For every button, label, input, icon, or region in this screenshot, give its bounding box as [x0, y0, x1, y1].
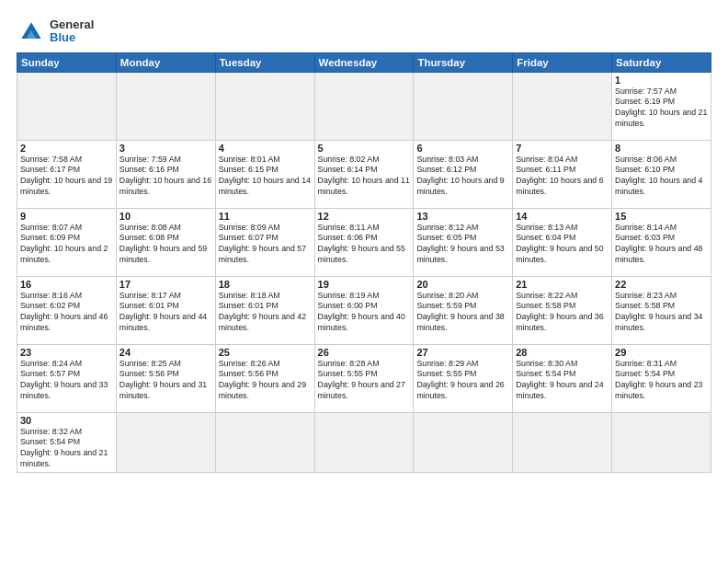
calendar-cell: 5Sunrise: 8:02 AM Sunset: 6:14 PM Daylig…	[314, 140, 414, 208]
calendar-cell: 10Sunrise: 8:08 AM Sunset: 6:08 PM Dayli…	[116, 208, 215, 276]
logo: General Blue	[17, 18, 94, 45]
calendar-cell: 19Sunrise: 8:19 AM Sunset: 6:00 PM Dayli…	[314, 276, 414, 344]
day-number: 13	[416, 211, 509, 222]
logo-text: General Blue	[50, 18, 94, 45]
calendar-week-row: 1Sunrise: 7:57 AM Sunset: 6:19 PM Daylig…	[17, 72, 711, 140]
day-number: 9	[20, 211, 113, 222]
calendar-header-thursday: Thursday	[414, 52, 513, 72]
calendar-cell	[116, 412, 215, 473]
logo-general: General	[50, 18, 94, 31]
calendar-week-row: 9Sunrise: 8:07 AM Sunset: 6:09 PM Daylig…	[17, 208, 711, 276]
day-info: Sunrise: 8:09 AM Sunset: 6:07 PM Dayligh…	[219, 223, 312, 267]
calendar-cell: 11Sunrise: 8:09 AM Sunset: 6:07 PM Dayli…	[215, 208, 314, 276]
calendar-week-row: 23Sunrise: 8:24 AM Sunset: 5:57 PM Dayli…	[17, 344, 711, 412]
day-number: 4	[219, 143, 312, 154]
calendar-header-tuesday: Tuesday	[215, 52, 314, 72]
day-info: Sunrise: 8:14 AM Sunset: 6:03 PM Dayligh…	[615, 223, 708, 267]
day-info: Sunrise: 8:12 AM Sunset: 6:05 PM Dayligh…	[416, 223, 509, 267]
page: General Blue SundayMondayTuesdayWednesda…	[0, 0, 728, 563]
calendar-week-row: 2Sunrise: 7:58 AM Sunset: 6:17 PM Daylig…	[17, 140, 711, 208]
calendar-cell	[414, 412, 513, 473]
calendar-cell: 9Sunrise: 8:07 AM Sunset: 6:09 PM Daylig…	[17, 208, 117, 276]
day-number: 20	[416, 279, 509, 290]
day-info: Sunrise: 8:28 AM Sunset: 5:55 PM Dayligh…	[318, 359, 411, 403]
day-info: Sunrise: 8:06 AM Sunset: 6:10 PM Dayligh…	[615, 155, 708, 199]
logo-blue: Blue	[50, 31, 94, 44]
calendar-cell: 3Sunrise: 7:59 AM Sunset: 6:16 PM Daylig…	[116, 140, 215, 208]
day-number: 6	[416, 143, 509, 154]
day-number: 11	[219, 211, 312, 222]
calendar-cell: 8Sunrise: 8:06 AM Sunset: 6:10 PM Daylig…	[612, 140, 711, 208]
calendar-cell: 6Sunrise: 8:03 AM Sunset: 6:12 PM Daylig…	[414, 140, 513, 208]
day-number: 19	[318, 279, 411, 290]
calendar-cell: 7Sunrise: 8:04 AM Sunset: 6:11 PM Daylig…	[513, 140, 612, 208]
calendar-cell	[612, 412, 711, 473]
calendar-cell	[215, 412, 314, 473]
calendar-cell	[314, 72, 414, 140]
generalblue-logo-icon	[17, 18, 46, 44]
calendar-cell: 28Sunrise: 8:30 AM Sunset: 5:54 PM Dayli…	[513, 344, 612, 412]
day-number: 25	[219, 347, 312, 358]
day-info: Sunrise: 8:13 AM Sunset: 6:04 PM Dayligh…	[516, 223, 609, 267]
day-info: Sunrise: 8:01 AM Sunset: 6:15 PM Dayligh…	[219, 155, 312, 199]
header: General Blue	[17, 15, 711, 45]
day-number: 2	[20, 143, 113, 154]
day-number: 16	[20, 279, 113, 290]
calendar-week-row: 30Sunrise: 8:32 AM Sunset: 5:54 PM Dayli…	[17, 412, 711, 473]
day-number: 12	[318, 211, 411, 222]
day-number: 8	[615, 143, 708, 154]
day-info: Sunrise: 8:32 AM Sunset: 5:54 PM Dayligh…	[20, 427, 113, 471]
day-info: Sunrise: 8:24 AM Sunset: 5:57 PM Dayligh…	[20, 359, 113, 403]
calendar-cell: 30Sunrise: 8:32 AM Sunset: 5:54 PM Dayli…	[17, 412, 117, 473]
day-number: 5	[318, 143, 411, 154]
day-info: Sunrise: 8:07 AM Sunset: 6:09 PM Dayligh…	[20, 223, 113, 267]
day-info: Sunrise: 8:18 AM Sunset: 6:01 PM Dayligh…	[219, 291, 312, 335]
calendar-cell	[116, 72, 215, 140]
calendar-cell: 23Sunrise: 8:24 AM Sunset: 5:57 PM Dayli…	[17, 344, 117, 412]
calendar-cell	[513, 412, 612, 473]
calendar-cell: 24Sunrise: 8:25 AM Sunset: 5:56 PM Dayli…	[116, 344, 215, 412]
day-info: Sunrise: 8:03 AM Sunset: 6:12 PM Dayligh…	[416, 155, 509, 199]
day-info: Sunrise: 8:17 AM Sunset: 6:01 PM Dayligh…	[119, 291, 212, 335]
day-info: Sunrise: 8:11 AM Sunset: 6:06 PM Dayligh…	[318, 223, 411, 267]
day-number: 21	[516, 279, 609, 290]
day-info: Sunrise: 8:31 AM Sunset: 5:54 PM Dayligh…	[615, 359, 708, 403]
calendar-cell	[17, 72, 117, 140]
day-number: 23	[20, 347, 113, 358]
calendar-cell: 15Sunrise: 8:14 AM Sunset: 6:03 PM Dayli…	[612, 208, 711, 276]
day-info: Sunrise: 8:26 AM Sunset: 5:56 PM Dayligh…	[219, 359, 312, 403]
calendar-header-sunday: Sunday	[17, 52, 117, 72]
day-number: 24	[119, 347, 212, 358]
day-number: 15	[615, 211, 708, 222]
day-info: Sunrise: 8:02 AM Sunset: 6:14 PM Dayligh…	[318, 155, 411, 199]
day-number: 22	[615, 279, 708, 290]
day-info: Sunrise: 8:08 AM Sunset: 6:08 PM Dayligh…	[119, 223, 212, 267]
calendar-table: SundayMondayTuesdayWednesdayThursdayFrid…	[17, 52, 711, 474]
calendar-cell: 27Sunrise: 8:29 AM Sunset: 5:55 PM Dayli…	[414, 344, 513, 412]
calendar-cell	[314, 412, 414, 473]
day-info: Sunrise: 8:22 AM Sunset: 5:58 PM Dayligh…	[516, 291, 609, 335]
day-number: 18	[219, 279, 312, 290]
calendar-cell: 21Sunrise: 8:22 AM Sunset: 5:58 PM Dayli…	[513, 276, 612, 344]
calendar-cell	[513, 72, 612, 140]
day-number: 26	[318, 347, 411, 358]
day-number: 27	[416, 347, 509, 358]
calendar-header-friday: Friday	[513, 52, 612, 72]
calendar-cell	[215, 72, 314, 140]
day-info: Sunrise: 7:59 AM Sunset: 6:16 PM Dayligh…	[119, 155, 212, 199]
calendar-header-monday: Monday	[116, 52, 215, 72]
calendar-cell: 4Sunrise: 8:01 AM Sunset: 6:15 PM Daylig…	[215, 140, 314, 208]
calendar-cell: 14Sunrise: 8:13 AM Sunset: 6:04 PM Dayli…	[513, 208, 612, 276]
calendar-cell: 29Sunrise: 8:31 AM Sunset: 5:54 PM Dayli…	[612, 344, 711, 412]
calendar-cell: 16Sunrise: 8:16 AM Sunset: 6:02 PM Dayli…	[17, 276, 117, 344]
day-number: 28	[516, 347, 609, 358]
day-number: 14	[516, 211, 609, 222]
day-number: 7	[516, 143, 609, 154]
calendar-cell: 1Sunrise: 7:57 AM Sunset: 6:19 PM Daylig…	[612, 72, 711, 140]
day-number: 30	[20, 415, 113, 426]
calendar-cell: 18Sunrise: 8:18 AM Sunset: 6:01 PM Dayli…	[215, 276, 314, 344]
day-number: 29	[615, 347, 708, 358]
day-info: Sunrise: 8:30 AM Sunset: 5:54 PM Dayligh…	[516, 359, 609, 403]
calendar-cell: 12Sunrise: 8:11 AM Sunset: 6:06 PM Dayli…	[314, 208, 414, 276]
calendar-cell	[414, 72, 513, 140]
